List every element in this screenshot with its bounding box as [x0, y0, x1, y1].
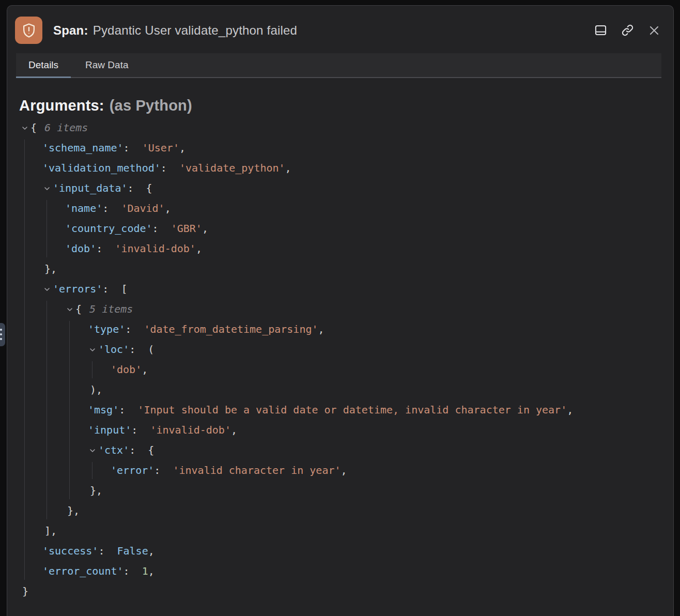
indent-guide	[47, 301, 47, 519]
token-key: 'error'	[111, 464, 154, 476]
tree-line: 'msg': 'Input should be a valid date or …	[20, 400, 661, 420]
tree-line: 'success': False,	[20, 541, 661, 561]
token-punct: ,	[142, 363, 148, 376]
token-punct: :	[152, 222, 171, 235]
panel-header: Span:Pydantic User validate_python faile…	[7, 6, 673, 53]
token-str: 'dob'	[111, 363, 142, 376]
token-key: 'input_data'	[53, 182, 128, 194]
collapse-chevron-icon[interactable]	[65, 299, 74, 319]
details-content: Arguments:(as Python) {6 items'schema_na…	[7, 78, 673, 602]
token-key: 'success'	[42, 545, 98, 557]
tree-line: 'input_data': {	[20, 178, 661, 198]
token-str: 'invalid-dob'	[150, 424, 231, 436]
tree-line: 'loc': (	[20, 340, 661, 360]
tree-line-content: 'errors': [	[20, 279, 128, 299]
tree-line-content: },	[20, 481, 102, 501]
close-button[interactable]	[646, 23, 662, 38]
token-punct: :	[131, 424, 150, 436]
tab-bar: Details Raw Data	[16, 53, 661, 78]
tree-line: ),	[20, 380, 661, 400]
token-punct: :	[102, 202, 121, 214]
token-punct: }	[22, 585, 28, 597]
tree-line-content: 'success': False,	[20, 541, 154, 561]
token-num: 1	[142, 565, 148, 577]
token-punct: ,	[196, 242, 202, 255]
token-punct: : [	[102, 283, 127, 295]
token-punct: ,	[318, 323, 324, 335]
tree-line: 'input': 'invalid-dob',	[20, 420, 661, 440]
collapse-chevron-icon[interactable]	[20, 118, 29, 138]
span-detail-panel: Span:Pydantic User validate_python faile…	[7, 5, 674, 616]
collapse-chevron-icon[interactable]	[88, 340, 97, 360]
copy-link-button[interactable]	[620, 22, 636, 38]
token-punct: ,	[148, 565, 154, 577]
tree-line: }	[20, 581, 661, 602]
tree-line: 'error': 'invalid character in year',	[20, 460, 661, 481]
tree-line: ],	[20, 521, 661, 541]
indent-guide	[47, 200, 47, 257]
collapse-chevron-icon[interactable]	[42, 178, 51, 198]
token-key: 'country_code'	[65, 222, 152, 235]
tree-line: 'country_code': 'GBR',	[20, 219, 661, 239]
token-punct: ,	[179, 142, 186, 154]
token-punct: :	[119, 404, 137, 416]
token-punct: ],	[44, 525, 57, 537]
token-str: 'GBR'	[171, 222, 202, 235]
indent-guide	[92, 462, 92, 479]
tree-line-content: 'name': 'David',	[20, 198, 171, 219]
indent-guide	[92, 361, 92, 378]
tree-line: {5 items	[20, 299, 661, 319]
collapse-chevron-icon[interactable]	[88, 440, 97, 460]
tree-line-content: {6 items	[20, 118, 88, 138]
dock-panel-button[interactable]	[593, 22, 609, 38]
token-punct: ,	[148, 545, 154, 557]
tree-line-content: 'msg': 'Input should be a valid date or …	[20, 400, 573, 420]
indent-guide	[69, 321, 70, 499]
panel-title-prefix: Span:	[53, 23, 88, 37]
token-key: 'schema_name'	[42, 142, 123, 154]
arguments-heading-suffix: (as Python)	[110, 97, 192, 114]
token-key: 'loc'	[98, 343, 129, 356]
tree-line: {6 items	[20, 118, 661, 138]
token-key: 'name'	[65, 202, 102, 214]
tree-line: 'schema_name': 'User',	[20, 138, 661, 158]
tree-line-content: 'input': 'invalid-dob',	[20, 420, 237, 440]
tree-line-content: ),	[20, 380, 102, 400]
token-bool: False	[117, 545, 148, 557]
token-punct: ,	[285, 162, 291, 174]
token-str: 'invalid character in year'	[173, 464, 341, 476]
token-str: 'David'	[121, 202, 164, 214]
token-punct: },	[67, 504, 80, 517]
tree-line: 'type': 'date_from_datetime_parsing',	[20, 319, 661, 340]
tree-line: 'dob': 'invalid-dob',	[20, 239, 661, 259]
token-key: 'error_count'	[42, 565, 123, 577]
tree-line: 'dob',	[20, 360, 661, 380]
token-meta: 6 items	[44, 121, 88, 134]
panel-drag-handle[interactable]	[0, 323, 5, 346]
token-str: 'date_from_datetime_parsing'	[144, 323, 318, 335]
tree-line-content: 'loc': (	[20, 340, 154, 360]
tab-raw-data[interactable]: Raw Data	[73, 53, 141, 77]
tree-line-content: 'ctx': {	[20, 440, 154, 460]
tree-line-content: 'validation_method': 'validate_python',	[20, 158, 291, 178]
token-punct: },	[44, 263, 57, 275]
token-punct: ,	[341, 464, 347, 476]
tree-line: },	[20, 259, 661, 279]
header-actions	[593, 22, 662, 38]
collapse-chevron-icon[interactable]	[42, 279, 51, 299]
token-str: 'Input should be a valid date or datetim…	[137, 404, 567, 416]
tree-line: 'error_count': 1,	[20, 561, 661, 581]
token-punct: {	[75, 303, 82, 315]
token-punct: : (	[129, 343, 154, 356]
tab-details[interactable]: Details	[16, 53, 71, 77]
token-punct: :	[154, 464, 173, 476]
tree-line-content: },	[20, 259, 57, 279]
token-key: 'errors'	[53, 283, 102, 295]
token-punct: ,	[567, 404, 573, 416]
tree-line: 'validation_method': 'validate_python',	[20, 158, 661, 178]
token-punct: ,	[231, 424, 237, 436]
tree-line: 'name': 'David',	[20, 198, 661, 219]
arguments-tree: {6 items'schema_name': 'User','validatio…	[20, 118, 661, 602]
token-key: 'validation_method'	[42, 162, 161, 174]
token-punct: ,	[202, 222, 208, 235]
